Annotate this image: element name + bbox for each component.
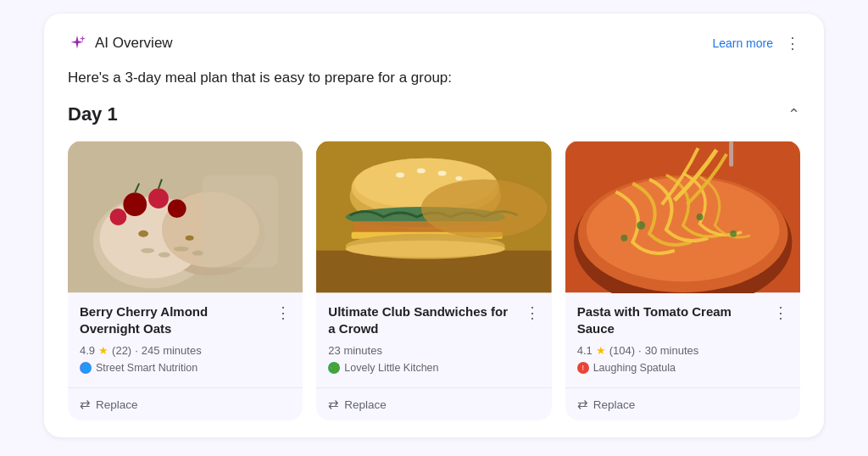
recipe-info-3: Pasta with Tomato Cream Sauce ⋮ 4.1 ★ (1…	[565, 293, 800, 381]
recipe-meta-1: 4.9 ★ (22) · 245 minutes	[80, 344, 291, 357]
svg-point-13	[174, 246, 189, 251]
replace-icon-1: ⇄	[80, 397, 91, 412]
chevron-up-icon[interactable]: ⌃	[787, 105, 800, 124]
svg-point-27	[456, 176, 463, 181]
recipe-info-2: Ultimate Club Sandwiches for a Crowd ⋮ 2…	[316, 293, 551, 381]
cook-time-2: 23 minutes	[328, 344, 382, 357]
recipe-image-oats	[68, 141, 303, 293]
svg-point-26	[438, 170, 447, 175]
recipe-name-2: Ultimate Club Sandwiches for a Crowd	[328, 303, 524, 338]
star-icon-1: ★	[98, 344, 108, 357]
replace-label-2: Replace	[344, 398, 387, 411]
recipe-card-3: Pasta with Tomato Cream Sauce ⋮ 4.1 ★ (1…	[565, 141, 800, 421]
review-count-3: (104)	[609, 344, 635, 357]
source-name-3: Laughing Spatula	[593, 362, 676, 374]
review-count-1: (22)	[112, 344, 131, 357]
source-green-icon-2: 🌿	[328, 362, 340, 374]
day-title: Day 1	[68, 103, 118, 125]
svg-rect-38	[729, 142, 733, 167]
replace-icon-3: ⇄	[577, 397, 588, 412]
dot-separator-3: ·	[638, 344, 642, 357]
source-name-1: Street Smart Nutrition	[96, 362, 198, 374]
recipe-name-row-1: Berry Cherry Almond Overnight Oats ⋮	[80, 303, 291, 338]
ai-overview-card: AI Overview Learn more ⋮ Here's a 3-day …	[44, 14, 824, 437]
replace-label-1: Replace	[96, 398, 138, 411]
svg-point-11	[141, 247, 154, 253]
day-header: Day 1 ⌃	[68, 103, 800, 125]
recipe-source-2: 🌿 Lovely Little Kitchen	[328, 362, 539, 374]
recipe-info-1: Berry Cherry Almond Overnight Oats ⋮ 4.9…	[68, 293, 303, 381]
ai-sparkle-icon	[68, 34, 86, 53]
recipe-more-icon-1[interactable]: ⋮	[275, 305, 291, 320]
svg-point-40	[696, 214, 703, 220]
rating-value-1: 4.9	[80, 344, 95, 357]
source-red-icon-3: !	[577, 362, 589, 374]
header-left: AI Overview	[68, 34, 173, 53]
header-title: AI Overview	[95, 35, 173, 52]
rating-value-3: 4.1	[577, 344, 593, 357]
recipe-card-1: Berry Cherry Almond Overnight Oats ⋮ 4.9…	[68, 141, 303, 421]
recipes-grid: Berry Cherry Almond Overnight Oats ⋮ 4.9…	[68, 141, 800, 421]
svg-rect-17	[202, 175, 277, 267]
svg-point-39	[637, 221, 645, 230]
recipe-card-2: Ultimate Club Sandwiches for a Crowd ⋮ 2…	[316, 141, 551, 421]
svg-point-32	[346, 241, 505, 258]
svg-point-14	[192, 250, 204, 255]
cook-time-3: 30 minutes	[645, 344, 699, 357]
svg-point-12	[159, 252, 170, 257]
svg-point-42	[620, 235, 627, 242]
replace-container-2: ⇄ Replace	[316, 387, 551, 420]
svg-point-8	[110, 209, 127, 225]
meal-plan-description: Here's a 3-day meal plan that is easy to…	[68, 68, 800, 88]
replace-button-1[interactable]: ⇄ Replace	[80, 397, 138, 412]
svg-point-33	[421, 179, 548, 237]
header-right: Learn more ⋮	[712, 36, 800, 51]
replace-label-3: Replace	[593, 398, 636, 411]
recipe-image-pasta	[565, 141, 800, 293]
source-name-2: Lovely Little Kitchen	[344, 362, 438, 374]
replace-button-3[interactable]: ⇄ Replace	[577, 397, 636, 412]
svg-point-24	[396, 172, 404, 177]
source-globe-icon-1: 🌐	[80, 362, 92, 374]
cook-time-1: 245 minutes	[142, 344, 202, 357]
card-header: AI Overview Learn more ⋮	[68, 34, 800, 53]
dot-separator-1: ·	[135, 344, 138, 357]
replace-container-1: ⇄ Replace	[68, 387, 303, 420]
recipe-more-icon-2[interactable]: ⋮	[525, 305, 540, 320]
recipe-name-3: Pasta with Tomato Cream Sauce	[577, 303, 773, 338]
svg-point-5	[123, 192, 147, 216]
more-options-icon[interactable]: ⋮	[785, 36, 800, 51]
recipe-meta-2: 23 minutes	[328, 344, 539, 357]
replace-button-2[interactable]: ⇄ Replace	[328, 397, 387, 412]
svg-point-15	[138, 231, 148, 237]
replace-container-3: ⇄ Replace	[565, 387, 800, 420]
recipe-name-1: Berry Cherry Almond Overnight Oats	[80, 303, 275, 338]
replace-icon-2: ⇄	[328, 397, 339, 412]
svg-point-41	[730, 231, 737, 237]
recipe-name-row-3: Pasta with Tomato Cream Sauce ⋮	[577, 303, 788, 338]
recipe-source-1: 🌐 Street Smart Nutrition	[80, 362, 291, 374]
svg-point-16	[186, 236, 194, 241]
recipe-image-sandwich	[316, 141, 551, 293]
recipe-meta-3: 4.1 ★ (104) · 30 minutes	[577, 344, 788, 357]
learn-more-button[interactable]: Learn more	[712, 36, 773, 50]
recipe-name-row-2: Ultimate Club Sandwiches for a Crowd ⋮	[328, 303, 539, 338]
star-icon-3: ★	[596, 344, 606, 357]
svg-point-6	[148, 188, 169, 209]
svg-point-25	[417, 168, 426, 173]
recipe-more-icon-3[interactable]: ⋮	[773, 305, 788, 320]
svg-point-7	[168, 199, 186, 218]
recipe-source-3: ! Laughing Spatula	[577, 362, 788, 374]
